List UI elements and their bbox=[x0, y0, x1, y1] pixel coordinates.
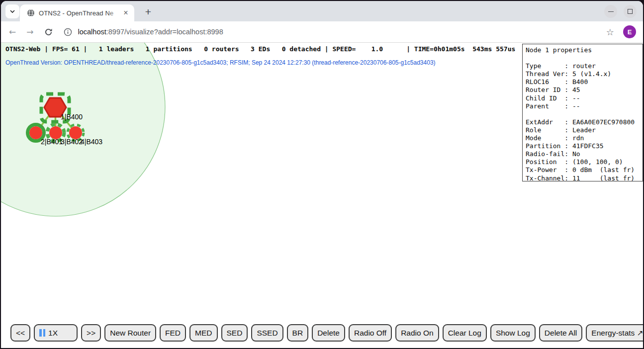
minimize-button[interactable] bbox=[604, 5, 617, 18]
speed-up-button[interactable]: >> bbox=[81, 324, 101, 342]
reload-button[interactable] bbox=[44, 28, 53, 36]
node-4-label: 4|B403 bbox=[81, 138, 102, 146]
info-icon bbox=[64, 28, 72, 36]
maximize-button[interactable] bbox=[624, 5, 637, 18]
tab-strip: OTNS2 - OpenThread Ne × + bbox=[1, 1, 643, 21]
delete-button-label: Delete bbox=[317, 329, 340, 338]
status-bar: OTNS2-Web | FPS= 61 | 1 leaders 1 partit… bbox=[5, 45, 515, 53]
window-controls bbox=[604, 5, 637, 18]
energy-stats-button-label: Energy-stats ↗ bbox=[591, 329, 643, 338]
bottom-toolbar: <<1X>>New RouterFEDMEDSEDSSEDBRDeleteRad… bbox=[10, 324, 643, 342]
new-fed-button-label: FED bbox=[165, 329, 181, 338]
forward-button[interactable]: → bbox=[26, 27, 33, 37]
new-router-button[interactable]: New Router bbox=[104, 324, 156, 342]
delete-button[interactable]: Delete bbox=[312, 324, 345, 342]
node-1-label: 1|B400 bbox=[61, 113, 83, 121]
maximize-icon bbox=[628, 9, 633, 14]
bookmark-star-icon[interactable]: ☆ bbox=[606, 27, 614, 37]
radio-off-button-label: Radio Off bbox=[354, 329, 386, 338]
new-tab-button[interactable]: + bbox=[141, 5, 155, 19]
new-ssed-button[interactable]: SSED bbox=[251, 324, 283, 342]
new-med-button-label: MED bbox=[195, 329, 212, 338]
new-sed-button-label: SED bbox=[227, 329, 243, 338]
reload-icon bbox=[44, 28, 53, 36]
show-log-button[interactable]: Show Log bbox=[490, 324, 536, 342]
node-properties-text: Node 1 properties Type : router Thread V… bbox=[523, 44, 643, 184]
energy-stats-button[interactable]: Energy-stats ↗ bbox=[586, 324, 643, 342]
active-tab[interactable]: OTNS2 - OpenThread Ne × bbox=[20, 4, 134, 21]
new-sed-button[interactable]: SED bbox=[221, 324, 248, 342]
radio-on-button-label: Radio On bbox=[401, 329, 433, 338]
radio-on-button[interactable]: Radio On bbox=[395, 324, 439, 342]
tab-search-button[interactable] bbox=[5, 4, 19, 18]
radio-off-button[interactable]: Radio Off bbox=[349, 324, 392, 342]
speed-button-label: 1X bbox=[48, 329, 58, 338]
speed-button[interactable]: 1X bbox=[34, 324, 78, 342]
new-br-button-label: BR bbox=[292, 329, 303, 338]
new-br-button[interactable]: BR bbox=[287, 324, 309, 342]
node-2-label: 2|B401 bbox=[41, 138, 63, 146]
url-path: :8997/visualize?addr=localhost:8998 bbox=[106, 28, 223, 36]
url-bar[interactable]: localhost:8997/visualize?addr=localhost:… bbox=[78, 28, 602, 36]
network-canvas[interactable]: 1|B400 2|B401 3|B402 4|B403 bbox=[1, 43, 523, 321]
pause-icon bbox=[39, 329, 45, 337]
node-properties-panel: Node 1 properties Type : router Thread V… bbox=[522, 44, 643, 181]
profile-avatar[interactable]: E bbox=[623, 25, 636, 38]
delete-all-button[interactable]: Delete All bbox=[539, 324, 582, 342]
globe-favicon-icon bbox=[27, 9, 35, 17]
speed-down-button[interactable]: << bbox=[10, 324, 30, 342]
openthread-version-line: OpenThread Version: OPENTHREAD/thread-re… bbox=[5, 59, 436, 66]
clear-log-button[interactable]: Clear Log bbox=[443, 324, 487, 342]
speed-down-button-label: << bbox=[16, 329, 25, 338]
tab-title-fade bbox=[107, 6, 120, 19]
delete-all-button-label: Delete All bbox=[545, 329, 577, 338]
clear-log-button-label: Clear Log bbox=[448, 329, 481, 338]
speed-up-button-label: >> bbox=[87, 329, 95, 338]
show-log-button-label: Show Log bbox=[496, 329, 530, 338]
back-button[interactable]: ← bbox=[9, 27, 16, 37]
tab-close-button[interactable]: × bbox=[121, 8, 130, 17]
node-3-label: 3|B402 bbox=[61, 138, 83, 146]
site-info-button[interactable] bbox=[64, 28, 72, 36]
new-router-button-label: New Router bbox=[110, 329, 151, 338]
browser-window: OTNS2 - OpenThread Ne × + ← → lo bbox=[1, 1, 643, 348]
url-host: localhost bbox=[78, 28, 106, 36]
browser-toolbar: ← → localhost:8997/visualize?addr=localh… bbox=[1, 21, 643, 43]
new-fed-button[interactable]: FED bbox=[160, 324, 186, 342]
visualizer-area: 1|B400 2|B401 3|B402 4|B403 OTNS2-Web | … bbox=[1, 43, 643, 348]
new-ssed-button-label: SSED bbox=[257, 329, 277, 338]
chevron-down-icon bbox=[8, 7, 16, 15]
new-med-button[interactable]: MED bbox=[189, 324, 217, 342]
minimize-icon bbox=[608, 11, 614, 12]
